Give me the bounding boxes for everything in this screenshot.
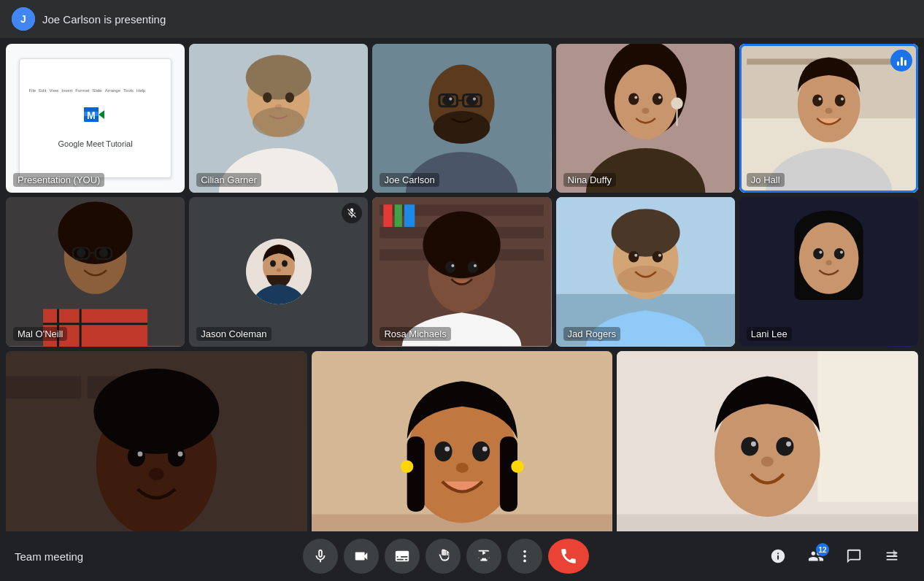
- tile-lani-lee[interactable]: Lani Lee: [739, 197, 918, 346]
- svg-point-63: [282, 261, 288, 267]
- svg-point-33: [671, 98, 682, 109]
- svg-point-42: [812, 94, 823, 106]
- present-button[interactable]: [466, 539, 501, 574]
- svg-point-30: [652, 93, 662, 104]
- svg-point-128: [742, 436, 759, 455]
- rosa-portrait: [372, 197, 551, 346]
- svg-point-119: [482, 446, 488, 451]
- svg-point-106: [168, 446, 185, 466]
- svg-point-95: [834, 248, 844, 259]
- svg-rect-126: [817, 351, 918, 501]
- svg-point-22: [473, 98, 476, 101]
- svg-point-62: [270, 261, 276, 267]
- tile-priya-chadha[interactable]: priya Chadha: [312, 351, 613, 531]
- tile-label-nina: Nina Duffy: [563, 173, 616, 187]
- tile-nina-duffy[interactable]: Nina Duffy: [556, 44, 735, 193]
- chat-button[interactable]: [836, 539, 871, 574]
- jason-avatar: [246, 239, 312, 304]
- svg-rect-115: [500, 436, 517, 512]
- more-options-button[interactable]: [507, 539, 542, 574]
- tile-label-lani: Lani Lee: [747, 327, 792, 341]
- svg-rect-72: [404, 205, 415, 228]
- tile-you[interactable]: You: [617, 351, 918, 531]
- nina-portrait: [556, 44, 735, 193]
- tile-joe-carlson[interactable]: Joe Carlson: [372, 44, 551, 193]
- people-button[interactable]: 12: [798, 539, 833, 574]
- svg-point-116: [434, 441, 452, 461]
- svg-point-84: [617, 266, 674, 293]
- tile-label-joe: Joe Carlson: [380, 173, 439, 187]
- svg-point-104: [93, 369, 219, 454]
- meeting-info-button[interactable]: [761, 539, 796, 574]
- microphone-button[interactable]: [303, 539, 338, 574]
- svg-point-86: [652, 251, 662, 262]
- tile-label-jad: Jad Rogers: [563, 327, 620, 341]
- svg-point-75: [446, 261, 456, 273]
- svg-point-118: [444, 446, 450, 451]
- tile-cilian-garner[interactable]: Cilian Garner: [189, 44, 368, 193]
- svg-point-108: [178, 451, 183, 456]
- svg-point-32: [658, 96, 661, 99]
- bottom-bar: Team meeting: [0, 531, 924, 581]
- raise-hand-button[interactable]: [426, 539, 461, 574]
- speaking-indicator: [890, 50, 912, 72]
- end-call-button[interactable]: [548, 539, 589, 574]
- tile-mal-oneill[interactable]: Mal O'Neill: [6, 197, 185, 346]
- svg-point-9: [263, 92, 272, 102]
- svg-rect-125: [617, 514, 918, 531]
- svg-point-120: [401, 460, 413, 472]
- svg-point-23: [434, 111, 490, 144]
- mute-icon: [342, 203, 362, 223]
- meeting-name: Team meeting: [15, 550, 131, 563]
- svg-point-133: [523, 550, 526, 553]
- svg-point-88: [658, 254, 661, 257]
- svg-point-117: [472, 441, 490, 461]
- presentation-title: Google Meet Tutorial: [58, 139, 133, 148]
- tile-hugo-novak[interactable]: Hugo Novak: [6, 351, 307, 531]
- activities-button[interactable]: [874, 539, 909, 574]
- svg-point-35: [642, 108, 649, 114]
- priya-portrait: [312, 351, 613, 531]
- svg-point-105: [128, 446, 145, 466]
- jad-portrait: [556, 197, 735, 346]
- svg-point-93: [799, 223, 859, 294]
- top-bar: J Joe Carlson is presenting: [0, 0, 924, 38]
- svg-point-83: [611, 209, 679, 257]
- svg-point-74: [423, 212, 501, 279]
- svg-point-19: [442, 95, 454, 105]
- svg-text:J: J: [20, 13, 26, 25]
- svg-point-94: [813, 248, 823, 259]
- svg-point-87: [634, 254, 637, 257]
- tile-label-mal: Mal O'Neill: [13, 327, 67, 341]
- hugo-portrait: [6, 351, 307, 531]
- svg-point-46: [825, 108, 832, 114]
- tile-jason-coleman[interactable]: Jason Coleman: [189, 197, 368, 346]
- svg-rect-114: [407, 436, 424, 512]
- svg-point-28: [614, 65, 677, 139]
- camera-button[interactable]: [344, 539, 379, 574]
- video-grid: File Edit View Insert Format Slide Arran…: [0, 38, 924, 531]
- svg-point-122: [455, 463, 468, 473]
- svg-point-64: [277, 269, 281, 272]
- tile-label-jason: Jason Coleman: [196, 327, 271, 341]
- tile-rosa-michaels[interactable]: Rosa Michaels: [372, 197, 551, 346]
- presenter-avatar: J: [12, 7, 35, 31]
- tile-jo-hall[interactable]: Jo Hall: [739, 44, 918, 193]
- video-row-2: Mal O'Neill: [6, 197, 918, 346]
- captions-button[interactable]: [385, 539, 420, 574]
- tile-label-cilian: Cilian Garner: [196, 173, 261, 187]
- svg-point-129: [777, 436, 794, 455]
- svg-point-29: [628, 93, 639, 104]
- tile-jad-rogers[interactable]: Jad Rogers: [556, 197, 735, 346]
- svg-text:M: M: [87, 109, 96, 121]
- presentation-tile[interactable]: File Edit View Insert Format Slide Arran…: [6, 44, 185, 193]
- svg-point-45: [841, 98, 844, 101]
- video-row-3: Hugo Novak: [6, 351, 918, 531]
- svg-point-43: [835, 94, 845, 106]
- svg-rect-71: [395, 205, 402, 228]
- svg-point-109: [149, 468, 164, 480]
- presenting-status: Joe Carlson is presenting: [42, 13, 166, 26]
- mal-portrait: [6, 197, 185, 346]
- svg-point-21: [450, 98, 453, 101]
- svg-point-85: [628, 251, 639, 262]
